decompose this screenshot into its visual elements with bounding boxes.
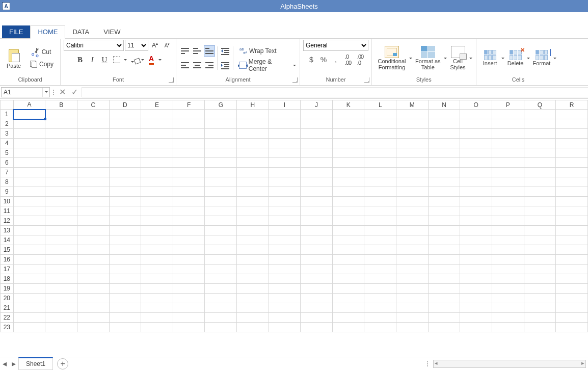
cell[interactable] bbox=[205, 206, 237, 216]
cell[interactable] bbox=[556, 274, 588, 284]
cell[interactable] bbox=[13, 216, 45, 226]
border-button[interactable] bbox=[111, 54, 122, 65]
cell[interactable] bbox=[332, 226, 364, 235]
fill-color-dropdown[interactable] bbox=[141, 58, 145, 62]
row-header[interactable]: 16 bbox=[1, 255, 14, 265]
spreadsheet-grid[interactable]: ABCDEFGHIJKLMNOPQR1234567891011121314151… bbox=[0, 100, 588, 357]
cell[interactable] bbox=[364, 323, 396, 332]
cell[interactable] bbox=[460, 284, 492, 294]
column-header[interactable]: J bbox=[301, 100, 333, 110]
cell[interactable] bbox=[556, 265, 588, 274]
cell[interactable] bbox=[45, 158, 77, 168]
cell[interactable] bbox=[77, 158, 109, 168]
cell[interactable] bbox=[45, 313, 77, 323]
cell[interactable] bbox=[141, 226, 173, 235]
cell[interactable] bbox=[364, 265, 396, 274]
horizontal-scrollbar[interactable] bbox=[433, 360, 586, 368]
cell[interactable] bbox=[396, 323, 429, 332]
cell[interactable] bbox=[173, 303, 205, 313]
cell[interactable] bbox=[396, 245, 429, 255]
cell-styles-button[interactable]: Cell Styles bbox=[447, 41, 469, 75]
row-header[interactable]: 11 bbox=[1, 206, 14, 216]
cell[interactable] bbox=[109, 177, 141, 187]
cell[interactable] bbox=[269, 313, 301, 323]
cell[interactable] bbox=[45, 206, 77, 216]
cell[interactable] bbox=[205, 168, 237, 177]
cell[interactable] bbox=[109, 148, 141, 158]
cell[interactable] bbox=[332, 245, 364, 255]
cell[interactable] bbox=[460, 303, 492, 313]
cell[interactable] bbox=[301, 226, 333, 235]
row-header[interactable]: 5 bbox=[1, 148, 14, 158]
cell[interactable] bbox=[396, 294, 429, 303]
cell[interactable] bbox=[556, 284, 588, 294]
cell[interactable] bbox=[205, 265, 237, 274]
cell[interactable] bbox=[364, 139, 396, 148]
cell[interactable] bbox=[237, 177, 269, 187]
align-left-button[interactable] bbox=[179, 60, 191, 71]
cell[interactable] bbox=[492, 119, 524, 129]
cell[interactable] bbox=[173, 313, 205, 323]
cell[interactable] bbox=[364, 274, 396, 284]
cell[interactable] bbox=[173, 110, 205, 119]
cell[interactable] bbox=[205, 158, 237, 168]
cell[interactable] bbox=[141, 119, 173, 129]
cell[interactable] bbox=[428, 294, 460, 303]
cell[interactable] bbox=[428, 235, 460, 245]
column-header[interactable]: H bbox=[237, 100, 269, 110]
cell[interactable] bbox=[301, 303, 333, 313]
cell[interactable] bbox=[492, 177, 524, 187]
cell[interactable] bbox=[141, 148, 173, 158]
cell[interactable] bbox=[77, 148, 109, 158]
cell[interactable] bbox=[428, 206, 460, 216]
delete-cells-button[interactable]: Delete bbox=[505, 41, 526, 75]
cell[interactable] bbox=[396, 226, 429, 235]
cell[interactable] bbox=[556, 206, 588, 216]
column-header[interactable]: C bbox=[77, 100, 109, 110]
grip-icon[interactable] bbox=[52, 90, 55, 95]
cell[interactable] bbox=[492, 168, 524, 177]
cell[interactable] bbox=[396, 255, 429, 265]
cell[interactable] bbox=[460, 226, 492, 235]
cell[interactable] bbox=[109, 110, 141, 119]
cell[interactable] bbox=[396, 187, 429, 197]
cell[interactable] bbox=[332, 303, 364, 313]
cell[interactable] bbox=[77, 139, 109, 148]
cell[interactable] bbox=[460, 265, 492, 274]
cell[interactable] bbox=[205, 119, 237, 129]
cell[interactable] bbox=[237, 110, 269, 119]
cell[interactable] bbox=[77, 303, 109, 313]
cell[interactable] bbox=[332, 119, 364, 129]
cell[interactable] bbox=[173, 148, 205, 158]
percent-button[interactable]: % bbox=[318, 54, 329, 65]
cell[interactable] bbox=[492, 255, 524, 265]
cell[interactable] bbox=[45, 274, 77, 284]
increase-decimal-button[interactable]: .0.00 bbox=[342, 54, 354, 65]
cell[interactable] bbox=[77, 197, 109, 206]
cell[interactable] bbox=[141, 158, 173, 168]
column-header[interactable]: K bbox=[332, 100, 364, 110]
cell[interactable] bbox=[13, 139, 45, 148]
cell[interactable] bbox=[77, 187, 109, 197]
cell[interactable] bbox=[13, 265, 45, 274]
cell[interactable] bbox=[301, 119, 333, 129]
cell[interactable] bbox=[524, 323, 556, 332]
cell[interactable] bbox=[524, 177, 556, 187]
cell[interactable] bbox=[332, 313, 364, 323]
cell[interactable] bbox=[396, 129, 429, 139]
cell[interactable] bbox=[269, 245, 301, 255]
cell[interactable] bbox=[45, 265, 77, 274]
cell[interactable] bbox=[524, 303, 556, 313]
cell[interactable] bbox=[428, 313, 460, 323]
cell[interactable] bbox=[460, 216, 492, 226]
cell[interactable] bbox=[13, 197, 45, 206]
cell[interactable] bbox=[428, 168, 460, 177]
cell[interactable] bbox=[173, 235, 205, 245]
cell[interactable] bbox=[45, 129, 77, 139]
row-header[interactable]: 9 bbox=[1, 187, 14, 197]
column-header[interactable]: E bbox=[141, 100, 173, 110]
cell[interactable] bbox=[141, 303, 173, 313]
cell[interactable] bbox=[428, 323, 460, 332]
cell[interactable] bbox=[173, 197, 205, 206]
cell[interactable] bbox=[524, 313, 556, 323]
